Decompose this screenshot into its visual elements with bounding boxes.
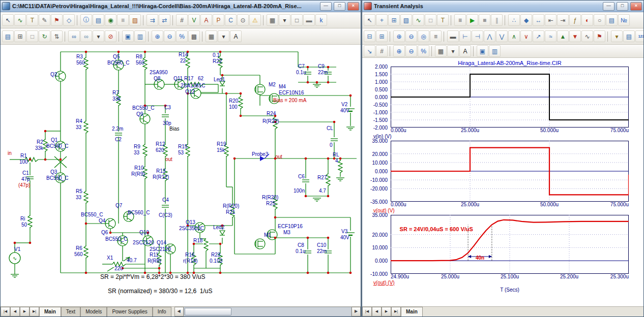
schematic-label[interactable]: 2SC2120	[150, 246, 171, 252]
schematic-label[interactable]: 0.103	[210, 258, 222, 264]
schematic-label[interactable]: M4	[279, 84, 286, 89]
page-nav-button-0[interactable]: |◀	[1, 307, 10, 316]
high-button[interactable]: ∧	[508, 30, 520, 42]
schematic-label[interactable]: M2	[269, 82, 276, 87]
select-mode-button[interactable]: ↖	[2, 14, 14, 26]
schematic-label[interactable]: V2	[341, 102, 347, 107]
schematic-label[interactable]: R9	[134, 144, 140, 149]
tab-main[interactable]: Main	[39, 307, 61, 316]
zoom-percent-button[interactable]: %	[418, 45, 429, 57]
show-power-button[interactable]: P	[213, 14, 224, 26]
schematic-label[interactable]: V1	[14, 246, 20, 252]
schematic-label[interactable]: Q4	[99, 218, 105, 224]
schematic-label[interactable]: Q9	[136, 111, 143, 117]
schematic-label[interactable]: Led2	[213, 225, 224, 230]
analysis-titlebar[interactable]: Transient Analysis — □ ×	[362, 1, 643, 12]
close-button[interactable]: ×	[630, 2, 642, 11]
page-nav-button-3[interactable]: ▶|	[30, 307, 39, 316]
schematic-label[interactable]: Q8	[154, 76, 160, 81]
schematic-label[interactable]: R11	[150, 252, 159, 258]
schematic-label[interactable]: 40.7	[127, 258, 136, 263]
font-button[interactable]: A	[459, 45, 471, 57]
peak-button[interactable]: ⋀	[484, 30, 495, 42]
global-low-button[interactable]: ▼	[569, 30, 581, 42]
schematic-label[interactable]: R25	[266, 201, 275, 206]
schematic-label[interactable]: 2SC3503C	[179, 226, 204, 231]
tag-mode-button[interactable]: ⚑	[594, 30, 605, 42]
schematic-label[interactable]: 0.1	[213, 52, 220, 58]
scroll-track[interactable]	[184, 307, 352, 316]
info-mode-button[interactable]: ⓘ	[80, 14, 92, 26]
region-mode-button[interactable]: □	[425, 14, 436, 26]
schematic-label[interactable]: C4	[162, 197, 169, 203]
page-add-button[interactable]: ▤	[2, 30, 14, 42]
schematic-label[interactable]: R17	[184, 76, 193, 81]
trace-label[interactable]: v(out) (V)	[362, 280, 643, 287]
schematic-label[interactable]: R4	[76, 118, 82, 124]
schematic-label[interactable]: R22	[213, 58, 222, 64]
schematic-label[interactable]: R19	[217, 141, 226, 147]
schematic-label[interactable]: 33k	[35, 145, 43, 151]
schematic-label[interactable]: out	[275, 154, 282, 160]
schematic-label[interactable]: 620	[156, 147, 164, 153]
probe-mode-button[interactable]: ∿	[413, 14, 424, 26]
maximize-button[interactable]: □	[617, 2, 628, 11]
help-mode-button[interactable]: ▤	[93, 14, 104, 26]
minimize-button[interactable]: —	[603, 2, 614, 11]
schematic-label[interactable]: 2.2m	[112, 126, 123, 132]
schematic-label[interactable]: R(R20)	[262, 195, 278, 200]
point-to-point-paths-button[interactable]: ⇄	[159, 14, 170, 26]
schematic-label[interactable]: 33k	[112, 96, 121, 102]
pages-button[interactable]: ▤	[606, 14, 618, 26]
performance-tag-button[interactable]: ƒ	[569, 14, 581, 26]
text-mode-button[interactable]: T	[26, 14, 38, 26]
pages-button[interactable]: ▤	[623, 30, 635, 42]
schematic-label[interactable]: R1	[20, 153, 27, 158]
tab-models[interactable]: Models	[80, 307, 107, 316]
schematic-label[interactable]: BC550_C	[105, 236, 127, 242]
schematic-label[interactable]: R27	[317, 175, 327, 180]
go-to-button[interactable]: ▾	[93, 30, 104, 42]
grid-dropdown-button[interactable]: ▾	[447, 45, 459, 57]
schematic-label[interactable]: 40V	[340, 235, 349, 240]
schematic-label[interactable]: C10	[317, 242, 326, 248]
schematic-label[interactable]: 4.7	[319, 188, 326, 194]
zoom-auto-button[interactable]: ≡	[430, 30, 442, 42]
schematic-label[interactable]: in	[8, 150, 12, 156]
watch-button[interactable]: ○	[594, 14, 605, 26]
schematic-label[interactable]: V3	[341, 229, 347, 234]
schematic-label[interactable]: Q2	[50, 72, 57, 77]
close-button[interactable]: ×	[347, 2, 359, 11]
copy-numeric-button[interactable]: ▥	[489, 45, 501, 57]
schematic-label[interactable]: R(R8)	[148, 258, 161, 264]
minimize-button[interactable]: —	[320, 2, 332, 11]
schematic-label[interactable]: R21	[226, 209, 235, 215]
schematic-label[interactable]: SR = 2pi*f*Vm = 6,28*2*30 = 380 V/uS	[100, 274, 205, 280]
show-pin-connections-button[interactable]: ⊙	[237, 14, 249, 26]
tile-pages-button[interactable]: ⊞	[14, 30, 26, 42]
color-menu-button[interactable]: ◐	[581, 14, 593, 26]
schematic-label[interactable]: CL	[327, 125, 333, 131]
show-node-numbers-button[interactable]: #	[176, 14, 188, 26]
schematic-label[interactable]: R(R20)	[262, 118, 279, 124]
schematic-label[interactable]: BC550_C	[46, 175, 68, 181]
schematic-label[interactable]: ECF10P16	[278, 224, 303, 229]
region-enable-mode-button[interactable]: ▨	[129, 14, 141, 26]
page-nav-button-1[interactable]: ◀	[10, 307, 20, 316]
valley-button[interactable]: ⋁	[496, 30, 508, 42]
cursor-measure-button[interactable]: #	[376, 45, 388, 57]
schematic-label[interactable]: R24	[267, 111, 276, 116]
pause-button[interactable]: ∥	[491, 14, 503, 26]
schematic-label[interactable]: 4	[335, 158, 338, 164]
show-border-button[interactable]: □	[291, 14, 303, 26]
schematic-label[interactable]: R13	[156, 168, 165, 174]
select-graph-button[interactable]: ▬	[447, 30, 459, 42]
trace-label[interactable]: v(in) (V)	[362, 134, 643, 141]
schematic-label[interactable]: R3	[76, 54, 83, 59]
track-left-button[interactable]: ⊢	[459, 30, 471, 42]
schematic-label[interactable]: C2	[115, 137, 122, 142]
tab-text[interactable]: Text	[61, 307, 80, 316]
schematic-label[interactable]: R12	[156, 141, 165, 147]
schematic-label[interactable]: out	[165, 156, 172, 162]
schematic-label[interactable]: 22m	[317, 248, 327, 254]
